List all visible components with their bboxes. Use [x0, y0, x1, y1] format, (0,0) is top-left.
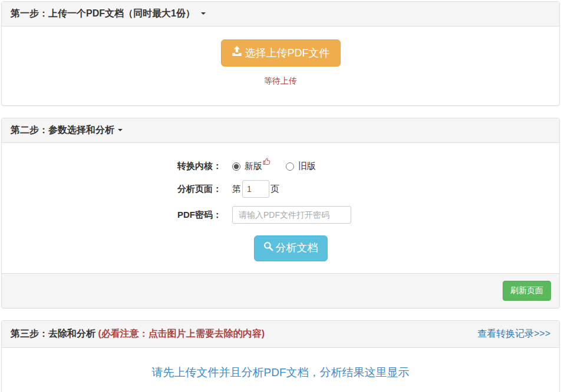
step2-footer: 刷新页面 — [2, 273, 559, 308]
analyze-document-button[interactable]: 分析文档 — [254, 235, 328, 261]
kernel-new-option[interactable]: 新版 — [232, 161, 270, 172]
step1-title: 第一步：上传一个PDF文档（同时最大1份） — [11, 8, 195, 18]
page-number-input[interactable] — [242, 180, 269, 198]
page-prefix: 第 — [232, 184, 241, 195]
kernel-row: 转换内核： 新版 旧版 — [170, 161, 550, 172]
step1-header[interactable]: 第一步：上传一个PDF文档（同时最大1份） — [2, 2, 559, 26]
analyze-button-label: 分析文档 — [276, 241, 318, 255]
step3-body: 请先上传文件并且分析PDF文档，分析结果这里显示 — [2, 348, 559, 392]
upload-pdf-button[interactable]: 选择上传PDF文件 — [221, 39, 341, 67]
pdf-password-input[interactable] — [232, 206, 351, 224]
upload-icon — [232, 46, 242, 60]
caret-down-icon — [201, 12, 206, 15]
step1-panel: 第一步：上传一个PDF文档（同时最大1份） 选择上传PDF文件 等待上传 — [1, 1, 560, 106]
step3-title: 第三步：去除和分析 — [11, 328, 95, 338]
kernel-old-option[interactable]: 旧版 — [286, 161, 316, 172]
page-suffix: 页 — [270, 184, 279, 195]
step2-panel: 第二步：参数选择和分析 转换内核： 新版 旧版 — [1, 118, 560, 308]
kernel-new-radio[interactable] — [232, 162, 240, 171]
analyze-row: 分析文档 — [231, 235, 350, 261]
analysis-result-placeholder: 请先上传文件并且分析PDF文档，分析结果这里显示 — [11, 365, 550, 380]
upload-button-label: 选择上传PDF文件 — [245, 46, 330, 60]
thumbs-up-icon — [263, 157, 270, 167]
page-row: 分析页面： 第 页 — [170, 180, 550, 198]
pdf-tool-page: 第一步：上传一个PDF文档（同时最大1份） 选择上传PDF文件 等待上传 第二步… — [0, 0, 561, 392]
upload-status-text: 等待上传 — [11, 76, 550, 87]
password-row: PDF密码： — [170, 206, 550, 224]
step2-header[interactable]: 第二步：参数选择和分析 — [2, 118, 559, 143]
refresh-page-button[interactable]: 刷新页面 — [503, 281, 551, 301]
step3-warning-text: (必看注意：点击图片上需要去除的内容) — [98, 328, 265, 338]
password-label: PDF密码： — [170, 210, 222, 221]
kernel-old-label: 旧版 — [298, 161, 316, 172]
kernel-label: 转换内核： — [170, 161, 222, 172]
kernel-new-label: 新版 — [245, 161, 262, 172]
step2-body: 转换内核： 新版 旧版 分析页面： 第 — [2, 143, 559, 273]
caret-down-icon — [118, 129, 123, 131]
step1-body: 选择上传PDF文件 等待上传 — [2, 26, 559, 105]
kernel-old-radio[interactable] — [286, 162, 294, 171]
step3-title-group: 第三步：去除和分析 (必看注意：点击图片上需要去除的内容) — [11, 328, 265, 340]
step2-title: 第二步：参数选择和分析 — [11, 125, 114, 135]
page-label: 分析页面： — [170, 184, 222, 195]
view-history-link[interactable]: 查看转换记录>>> — [477, 328, 550, 340]
search-icon — [263, 241, 273, 255]
step3-header: 第三步：去除和分析 (必看注意：点击图片上需要去除的内容) 查看转换记录>>> — [2, 321, 559, 348]
step3-panel: 第三步：去除和分析 (必看注意：点击图片上需要去除的内容) 查看转换记录>>> … — [1, 320, 560, 392]
